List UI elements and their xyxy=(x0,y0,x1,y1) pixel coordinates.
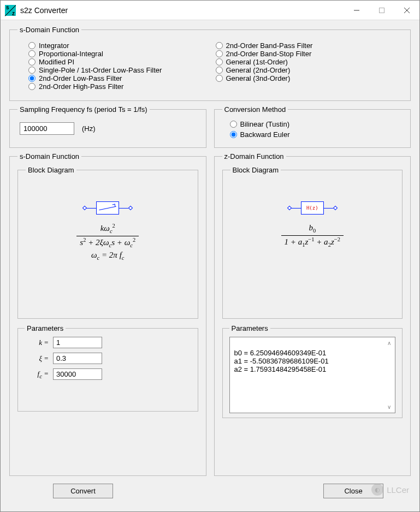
z-parameters-group: Parameters b0 = 6.25094694609349E-01 a1 … xyxy=(222,324,403,418)
z-func-legend: z-Domain Function xyxy=(222,152,286,160)
z-block-legend: Block Diagram xyxy=(230,166,281,174)
sampling-frequency-group: Sampling Frequency fs (period Ts = 1/fs)… xyxy=(9,105,206,148)
radio-general-3rd[interactable]: General (3nd-Order) xyxy=(216,74,392,82)
app-icon xyxy=(5,5,16,16)
close-window-button[interactable] xyxy=(394,1,419,20)
radio-integrator[interactable]: Integrator xyxy=(28,41,205,50)
maximize-icon xyxy=(379,8,384,13)
z-transfer-function: b0 1 + a1z−1 + a2z−2 xyxy=(281,222,344,249)
radio-2nd-lowpass[interactable]: 2nd-Order Low-Pass Filter xyxy=(28,74,205,82)
close-button[interactable]: Close xyxy=(323,484,383,498)
radio-general-1st[interactable]: General (1st-Order) xyxy=(216,58,392,66)
s-block-diagram: Block Diagram kωc2 s2 + 2ξωcs + ωc2 ωc =… xyxy=(17,166,198,319)
window-title: s2z Converter xyxy=(20,6,344,15)
sampling-unit: (Hz) xyxy=(82,124,96,133)
titlebar: s2z Converter xyxy=(1,1,419,20)
radio-single-pole[interactable]: Single-Pole / 1st-Order Low-Pass Filter xyxy=(28,66,205,74)
s-block-symbol xyxy=(83,201,132,215)
scroll-down-icon[interactable]: ∨ xyxy=(384,402,394,412)
svg-rect-1 xyxy=(380,8,384,13)
param-k-input[interactable] xyxy=(53,337,102,348)
s-transfer-function: kωc2 s2 + 2ξωcs + ωc2 ωc = 2π fc xyxy=(76,222,139,263)
param-fc-input[interactable] xyxy=(53,368,102,380)
z-box-label: H(z) xyxy=(301,201,324,215)
radio-backward-euler[interactable]: Backward Euler xyxy=(230,129,395,140)
param-fc-label: fc = xyxy=(25,370,49,379)
minimize-icon xyxy=(354,8,359,13)
sampling-frequency-input[interactable] xyxy=(20,122,74,135)
radio-2nd-highpass[interactable]: 2nd-Order High-Pass Filter xyxy=(28,82,205,91)
radio-modified-pi[interactable]: Modified PI xyxy=(28,58,205,66)
s-block-legend: Block Diagram xyxy=(26,166,76,174)
param-k-label: k = xyxy=(25,338,49,347)
conversion-legend: Conversion Method xyxy=(222,105,288,114)
conversion-method-group: Conversion Method Bilinear (Tustin) Back… xyxy=(214,105,411,148)
s-parameters-group: Parameters k = ξ = fc = xyxy=(17,324,198,412)
z-block-diagram: Block Diagram H(z) b0 1 + a1z−1 + a2z−2 xyxy=(222,166,403,319)
z-domain-function-panel: z-Domain Function Block Diagram H(z) b0 … xyxy=(214,152,411,476)
scroll-up-icon[interactable]: ∧ xyxy=(384,338,394,348)
minimize-button[interactable] xyxy=(344,1,369,20)
sdomain-function-group: s-Domain Function Integrator Proportiona… xyxy=(9,26,411,101)
s-params-legend: Parameters xyxy=(25,324,66,332)
z-params-text: b0 = 6.25094694609349E-01 a1 = -5.508367… xyxy=(234,349,329,373)
z-parameters-output[interactable]: b0 = 6.25094694609349E-01 a1 = -5.508367… xyxy=(229,337,396,413)
s-func-legend: s-Domain Function xyxy=(17,152,81,160)
sdomain-legend: s-Domain Function xyxy=(17,26,81,34)
close-icon xyxy=(404,7,410,14)
radio-2nd-bandstop[interactable]: 2nd-Order Band-Stop Filter xyxy=(216,50,392,58)
s-domain-function-panel: s-Domain Function Block Diagram kωc2 s2 … xyxy=(9,152,206,476)
radio-pi[interactable]: Proportional-Integral xyxy=(28,50,205,58)
param-xi-label: ξ = xyxy=(25,354,49,363)
param-xi-input[interactable] xyxy=(53,353,102,364)
z-block-symbol: H(z) xyxy=(288,201,337,215)
radio-2nd-bandpass[interactable]: 2nd-Order Band-Pass Filter xyxy=(216,41,392,50)
z-params-legend: Parameters xyxy=(229,324,270,332)
convert-button[interactable]: Convert xyxy=(53,484,113,498)
sampling-legend: Sampling Frequency fs (period Ts = 1/fs) xyxy=(17,105,150,114)
radio-bilinear[interactable]: Bilinear (Tustin) xyxy=(230,119,395,129)
maximize-button[interactable] xyxy=(369,1,394,20)
radio-general-2nd[interactable]: General (2nd-Order) xyxy=(216,66,392,74)
